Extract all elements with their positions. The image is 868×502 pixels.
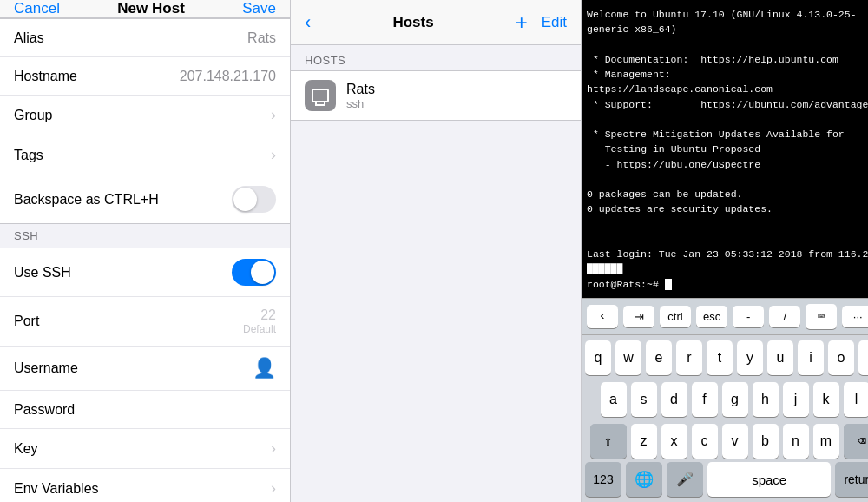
kb-d[interactable]: d (661, 382, 687, 417)
use-ssh-label: Use SSH (14, 265, 71, 281)
kb-j[interactable]: j (783, 382, 809, 417)
kb-numbers-key[interactable]: 123 (585, 462, 621, 497)
keyboard-toolbar: ‹ ⇥ ctrl esc - / ⌨ ··· (582, 299, 868, 335)
port-label: Port (14, 314, 39, 329)
kb-o[interactable]: o (828, 340, 854, 375)
person-icon: 👤 (253, 357, 276, 380)
microphone-icon[interactable]: 🎤 (667, 462, 703, 497)
kb-w[interactable]: w (615, 340, 641, 375)
backspace-label: Backspace as CTRL+H (14, 192, 159, 208)
group-label: Group (14, 108, 52, 123)
hostname-label: Hostname (14, 69, 77, 84)
kb-q[interactable]: q (585, 340, 611, 375)
chevron-right-icon: › (271, 439, 276, 458)
kb-u[interactable]: u (767, 340, 793, 375)
kb-row-2: a s d f g h j k l (585, 382, 868, 417)
backspace-toggle[interactable] (232, 186, 276, 213)
kb-g[interactable]: g (722, 382, 748, 417)
kb-e[interactable]: e (646, 340, 672, 375)
password-row[interactable]: Password (0, 391, 290, 429)
kb-f[interactable]: f (692, 382, 718, 417)
kb-back-button[interactable]: ‹ (587, 305, 618, 328)
hosts-panel: ‹ Hosts + Edit HOSTS Rats ssh (291, 0, 582, 502)
kb-bottom-row: 123 🌐 🎤 space return (582, 462, 868, 502)
kb-r[interactable]: r (676, 340, 702, 375)
kb-c[interactable]: c (692, 424, 718, 459)
password-label: Password (14, 402, 75, 418)
kb-m[interactable]: m (813, 424, 839, 459)
save-button[interactable]: Save (242, 0, 276, 17)
kb-ctrl-key[interactable]: ctrl (660, 306, 691, 327)
terminal-cursor (665, 279, 672, 290)
kb-slash-key[interactable]: / (769, 306, 800, 327)
kb-minus-key[interactable]: - (733, 306, 764, 327)
kb-t[interactable]: t (707, 340, 733, 375)
kb-z[interactable]: z (631, 424, 657, 459)
alias-row[interactable]: Alias Rats (0, 19, 290, 57)
port-row[interactable]: Port 22 Default (0, 297, 290, 347)
kb-h[interactable]: h (753, 382, 779, 417)
terminal-output: Welcome to Ubuntu 17.10 (GNU/Linux 4.13.… (582, 0, 868, 298)
key-row[interactable]: Key › (0, 429, 290, 469)
username-row[interactable]: Username 👤 (0, 347, 290, 391)
edit-button[interactable]: Edit (542, 14, 567, 31)
alias-value: Rats (247, 30, 276, 46)
port-value: 22 Default (243, 307, 276, 335)
kb-delete-key[interactable]: ⌫ (844, 424, 869, 459)
host-name: Rats (346, 82, 567, 97)
chevron-right-icon: › (271, 146, 276, 164)
list-item[interactable]: Rats ssh (291, 71, 581, 120)
kb-row-1: q w e r t y u i o p (585, 340, 868, 375)
back-button[interactable]: ‹ (305, 11, 311, 34)
kb-a[interactable]: a (601, 382, 627, 417)
group-row[interactable]: Group › (0, 96, 290, 135)
kb-k[interactable]: k (813, 382, 839, 417)
cancel-button[interactable]: Cancel (14, 0, 60, 17)
username-label: Username (14, 360, 78, 376)
kb-v[interactable]: v (722, 424, 748, 459)
toggle-knob (233, 188, 257, 211)
hosts-nav-right: + Edit (516, 12, 567, 33)
alias-label: Alias (14, 30, 44, 46)
key-label: Key (14, 441, 38, 457)
chevron-right-icon: › (271, 106, 276, 124)
ssh-fields-group: Use SSH Port 22 Default Username 👤 Passw… (0, 248, 290, 502)
host-info: Rats ssh (346, 82, 567, 110)
tags-row[interactable]: Tags › (0, 135, 290, 175)
hosts-nav: ‹ Hosts + Edit (291, 0, 581, 45)
host-icon (305, 80, 336, 111)
kb-n[interactable]: n (783, 424, 809, 459)
hostname-value: 207.148.21.170 (180, 69, 276, 84)
kb-more-key[interactable]: ··· (842, 306, 868, 327)
basic-fields-group: Alias Rats Hostname 207.148.21.170 Group… (0, 18, 290, 224)
keyboard-rows: q w e r t y u i o p a s d f g h j k l (582, 335, 868, 462)
host-type: ssh (346, 97, 567, 110)
globe-icon[interactable]: 🌐 (626, 462, 662, 497)
kb-y[interactable]: y (737, 340, 763, 375)
new-host-panel: Cancel New Host Save Alias Rats Hostname… (0, 0, 291, 502)
kb-esc-key[interactable]: esc (696, 306, 727, 327)
kb-return-key[interactable]: return (835, 462, 868, 497)
kb-p[interactable]: p (858, 340, 868, 375)
tags-label: Tags (14, 148, 43, 163)
hosts-title: Hosts (392, 14, 433, 31)
kb-tab-key[interactable]: ⇥ (623, 306, 654, 327)
hosts-section-header: HOSTS (291, 45, 581, 70)
kb-row-3: ⇧ z x c v b n m ⌫ (585, 424, 868, 459)
hostname-row[interactable]: Hostname 207.148.21.170 (0, 57, 290, 96)
env-variables-row[interactable]: Env Variables › (0, 469, 290, 502)
kb-x[interactable]: x (661, 424, 687, 459)
kb-b[interactable]: b (753, 424, 779, 459)
kb-i[interactable]: i (798, 340, 824, 375)
kb-keyboard-icon[interactable]: ⌨ (806, 304, 837, 329)
add-host-button[interactable]: + (516, 12, 528, 33)
hosts-list: Rats ssh (291, 70, 581, 121)
use-ssh-row[interactable]: Use SSH (0, 248, 290, 297)
kb-shift-key[interactable]: ⇧ (590, 424, 627, 459)
backspace-row[interactable]: Backspace as CTRL+H (0, 175, 290, 223)
kb-space-key[interactable]: space (707, 462, 831, 497)
kb-s[interactable]: s (631, 382, 657, 417)
toggle-knob (251, 261, 274, 284)
kb-l[interactable]: l (844, 382, 869, 417)
use-ssh-toggle[interactable] (232, 259, 276, 286)
